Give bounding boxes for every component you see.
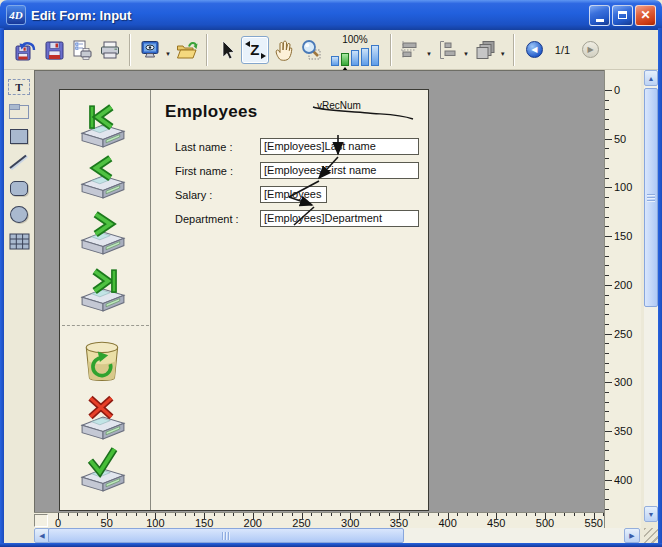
toolbar-separator: [513, 34, 515, 66]
first-record-button[interactable]: [80, 103, 126, 149]
ruler-tick: [605, 450, 609, 451]
duplicate-menu-button[interactable]: [471, 36, 499, 64]
next-page-button[interactable]: ▶: [582, 41, 599, 58]
ruler-label: 300: [341, 517, 359, 528]
next-record-button[interactable]: [80, 210, 126, 256]
ruler-tick: [535, 513, 536, 516]
hand-tool-button[interactable]: [269, 36, 297, 64]
scroll-down-icon: ▼: [648, 511, 655, 518]
layers-icon: [473, 38, 497, 62]
groupbox-tool[interactable]: [9, 105, 29, 119]
field-label[interactable]: Salary :: [175, 189, 212, 201]
previous-record-button[interactable]: [80, 154, 126, 200]
field-input-salary[interactable]: [Employees: [260, 186, 327, 203]
rounded-rectangle-tool[interactable]: [10, 181, 28, 196]
field-label[interactable]: Department :: [175, 213, 239, 225]
zoom-bar[interactable]: [361, 48, 369, 66]
zoom-bar[interactable]: [371, 45, 379, 66]
ruler-tick: [605, 187, 612, 188]
delete-record-button[interactable]: [80, 338, 126, 384]
save-revert-button[interactable]: [12, 36, 40, 64]
field-label[interactable]: First name :: [175, 165, 233, 177]
form-canvas[interactable]: Employees vRecNum Last name : [Employees…: [34, 70, 604, 512]
distribute-menu-button[interactable]: [434, 36, 462, 64]
ruler-tick: [506, 513, 507, 516]
app-logo-icon[interactable]: 4D: [6, 5, 26, 25]
duplicate-dropdown[interactable]: ▼: [500, 51, 506, 57]
ruler-tick: [116, 513, 117, 516]
pointer-tool-button[interactable]: [213, 36, 241, 64]
form-title-text[interactable]: Employees: [165, 102, 257, 122]
next-page-icon: ▶: [588, 45, 594, 54]
maximize-button[interactable]: [612, 5, 633, 26]
matrix-tool[interactable]: [9, 233, 30, 250]
ruler-tick: [487, 513, 488, 516]
ruler-tick: [605, 217, 609, 218]
titlebar[interactable]: 4D Edit Form: Input ✕: [0, 0, 662, 30]
distribute-dropdown[interactable]: ▼: [463, 51, 469, 57]
vertical-scroll-thumb[interactable]: [644, 88, 658, 307]
field-label[interactable]: Last name :: [175, 141, 232, 153]
ruler-label: 500: [536, 517, 554, 528]
align-icon: [399, 38, 423, 62]
previous-page-icon: ◀: [531, 45, 537, 54]
ruler-tick: [516, 513, 517, 516]
form-page[interactable]: Employees vRecNum Last name : [Employees…: [59, 89, 429, 511]
ruler-label: 400: [438, 517, 456, 528]
zoom-level-widget[interactable]: 100%: [331, 34, 379, 66]
vertical-scrollbar[interactable]: ▲ ▼: [644, 70, 658, 522]
edit-form-window: 4D Edit Form: Input ✕: [0, 0, 662, 547]
ruler-label: 0: [614, 84, 620, 96]
scroll-up-icon: ▲: [648, 75, 655, 82]
horizontal-scroll-thumb[interactable]: [48, 528, 404, 543]
printer-icon: [98, 38, 122, 62]
align-dropdown[interactable]: ▼: [426, 51, 432, 57]
scroll-down-button[interactable]: ▼: [644, 506, 658, 522]
close-icon: ✕: [640, 9, 650, 21]
save-button[interactable]: [40, 36, 68, 64]
ruler-tick: [389, 513, 390, 516]
ruler-label: 450: [487, 517, 505, 528]
close-button[interactable]: ✕: [635, 5, 656, 26]
ruler-tick: [605, 226, 609, 227]
last-record-button[interactable]: [80, 267, 126, 313]
field-input-first-name[interactable]: [Employees]First name: [260, 162, 419, 179]
ruler-tick: [605, 499, 609, 500]
display-mode-dropdown[interactable]: ▼: [165, 51, 171, 57]
ruler-label: 350: [614, 425, 632, 437]
rectangle-tool[interactable]: [10, 129, 28, 144]
minimize-button[interactable]: [589, 5, 610, 26]
entry-order-tool-button[interactable]: Z: [241, 36, 269, 64]
ruler-tick: [194, 513, 195, 516]
previous-page-button[interactable]: ◀: [526, 41, 543, 58]
scroll-up-button[interactable]: ▲: [644, 70, 658, 86]
print-button[interactable]: [96, 36, 124, 64]
accept-button[interactable]: [80, 447, 126, 493]
align-menu-button[interactable]: [397, 36, 425, 64]
text-tool[interactable]: T: [8, 79, 30, 95]
field-input-department[interactable]: [Employees]Department: [260, 210, 419, 227]
open-form-button[interactable]: [173, 36, 201, 64]
ruler-tick: [605, 295, 609, 296]
ruler-tick: [605, 441, 609, 442]
scroll-right-button[interactable]: ▶: [624, 528, 640, 543]
cancel-button[interactable]: [80, 395, 126, 441]
floppy-undo-icon: [13, 37, 39, 63]
line-tool[interactable]: [8, 154, 30, 171]
horizontal-scrollbar[interactable]: ◀ ▶: [34, 528, 640, 543]
field-input-last-name[interactable]: [Employees]Last name: [260, 138, 419, 155]
print-preview-button[interactable]: [68, 36, 96, 64]
zoom-bar[interactable]: [351, 50, 359, 66]
oval-tool[interactable]: [10, 206, 28, 223]
resize-grip[interactable]: [644, 528, 658, 543]
zoom-tool-button[interactable]: [297, 36, 325, 64]
ruler-tick: [605, 372, 609, 373]
ruler-label: 0: [55, 517, 61, 528]
scroll-right-icon: ▶: [629, 532, 634, 540]
zoom-bar-current[interactable]: [341, 53, 349, 66]
zoom-bar[interactable]: [331, 56, 339, 66]
display-mode-button[interactable]: [136, 36, 164, 64]
entry-order-icon: Z: [250, 41, 259, 58]
record-variable-text[interactable]: vRecNum: [317, 100, 361, 111]
ruler-tick: [564, 513, 565, 516]
